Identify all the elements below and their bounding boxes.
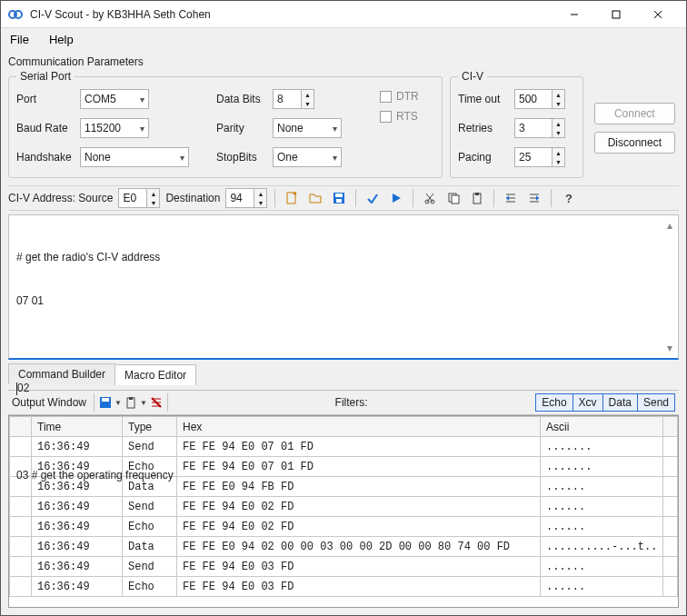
cell-time: 16:36:49 <box>32 517 123 537</box>
check-icon[interactable] <box>363 189 382 207</box>
toolbar-separator <box>493 189 494 207</box>
paste-icon[interactable] <box>468 189 486 207</box>
spin-down-icon[interactable]: ▼ <box>553 99 564 108</box>
spin-down-icon[interactable]: ▼ <box>302 99 314 108</box>
timeout-spin[interactable]: 500▲▼ <box>514 89 565 109</box>
toolbar-separator <box>413 189 413 207</box>
handshake-value: None <box>85 151 111 164</box>
baud-value: 115200 <box>85 122 121 134</box>
retries-label: Retries <box>458 122 509 134</box>
cell-time: 16:36:49 <box>32 537 123 557</box>
minimize-button[interactable] <box>553 1 595 28</box>
spin-up-icon[interactable]: ▲ <box>553 119 564 128</box>
table-row[interactable]: 16:36:49SendFE FE 94 E0 03 FD...... <box>10 557 678 577</box>
rts-checkbox[interactable]: RTS <box>380 110 434 123</box>
dtr-checkbox[interactable]: DTR <box>380 90 434 103</box>
stopbits-label: StopBits <box>216 151 267 164</box>
cell-hex: FE FE 94 E0 02 FD <box>177 517 541 537</box>
open-file-icon[interactable] <box>306 189 324 207</box>
svg-rect-17 <box>452 195 459 204</box>
spin-up-icon[interactable]: ▲ <box>553 90 564 99</box>
civ-legend: CI-V <box>458 70 487 83</box>
spin-up-icon[interactable]: ▲ <box>147 189 159 198</box>
stopbits-select[interactable]: One▾ <box>273 147 342 167</box>
menubar: File Help <box>1 28 686 50</box>
rts-label: RTS <box>396 110 418 123</box>
pacing-spin[interactable]: 25▲▼ <box>514 147 565 167</box>
dest-addr-spin[interactable]: 94▲▼ <box>225 188 267 208</box>
table-row[interactable]: 16:36:49DataFE FE E0 94 02 00 00 03 00 0… <box>10 537 678 557</box>
spin-down-icon[interactable]: ▼ <box>553 128 564 137</box>
save-icon[interactable] <box>330 189 348 207</box>
cell-ascii: ...... <box>541 577 663 597</box>
macro-editor-area[interactable]: # get the radio's CI-V address 07 01 02 … <box>8 214 679 360</box>
svg-rect-19 <box>475 193 479 195</box>
toolbar-separator <box>551 189 552 207</box>
editor-toolbar: CI-V Address: Source E0▲▼ Destination 94… <box>8 185 679 211</box>
handshake-label: Handshake <box>16 151 75 164</box>
cell-ascii: ..........-...t.. <box>541 537 663 557</box>
connect-button[interactable]: Connect <box>594 103 675 124</box>
civ-group: CI-V Time out 500▲▼ Retries 3▲▼ Pacing 2… <box>450 70 583 178</box>
source-addr-spin[interactable]: E0▲▼ <box>118 188 160 208</box>
checkbox-box <box>380 111 392 123</box>
databits-label: Data Bits <box>216 93 267 105</box>
editor-empty-line <box>16 424 671 439</box>
svg-line-15 <box>426 194 433 202</box>
cut-icon[interactable] <box>421 189 439 207</box>
toolbar-separator <box>355 189 356 207</box>
cell-time: 16:36:49 <box>32 577 123 597</box>
spin-up-icon[interactable]: ▲ <box>254 189 266 198</box>
scroll-up-icon[interactable]: ▴ <box>667 219 672 232</box>
baud-select[interactable]: 115200▾ <box>80 118 149 138</box>
stopbits-value: One <box>277 151 298 164</box>
indent-left-icon[interactable] <box>502 189 520 207</box>
app-icon <box>8 6 25 23</box>
spin-up-icon[interactable]: ▲ <box>302 90 314 99</box>
source-label: CI-V Address: Source <box>8 192 113 204</box>
menu-file[interactable]: File <box>10 33 29 46</box>
serial-port-group: Serial Port Port COM5▾ Baud Rate <box>8 70 443 178</box>
cell-gutter <box>663 517 678 537</box>
maximize-button[interactable] <box>595 1 637 28</box>
spin-up-icon[interactable]: ▲ <box>553 148 564 157</box>
cell-gutter <box>663 537 678 557</box>
serial-port-legend: Serial Port <box>16 70 75 83</box>
port-value: COM5 <box>85 93 116 105</box>
menu-help[interactable]: Help <box>49 33 74 46</box>
close-button[interactable] <box>637 1 679 28</box>
parity-label: Parity <box>216 122 267 134</box>
svg-text:✶: ✶ <box>292 191 298 198</box>
disconnect-button[interactable]: Disconnect <box>594 132 675 154</box>
spin-down-icon[interactable]: ▼ <box>553 157 564 166</box>
row-marker <box>10 577 32 597</box>
help-icon[interactable]: ? <box>559 189 577 207</box>
row-marker <box>10 557 32 577</box>
table-row[interactable]: 16:36:49EchoFE FE 94 E0 03 FD...... <box>10 577 678 597</box>
svg-rect-10 <box>336 199 342 203</box>
new-file-icon[interactable]: ✶ <box>283 189 301 207</box>
tab-macro-editor[interactable]: Macro Editor <box>114 364 196 385</box>
scroll-down-icon[interactable]: ▾ <box>667 342 672 354</box>
editor-scroll-hints: ▴ ▾ <box>663 219 676 354</box>
comm-params-row: Serial Port Port COM5▾ Baud Rate <box>8 70 679 178</box>
play-icon[interactable] <box>387 189 405 207</box>
copy-icon[interactable] <box>444 189 463 207</box>
pacing-value: 25 <box>515 148 552 166</box>
svg-marker-23 <box>506 195 509 201</box>
table-row[interactable]: 16:36:49EchoFE FE 94 E0 02 FD...... <box>10 517 678 537</box>
port-label: Port <box>16 93 75 105</box>
cell-hex: FE FE 94 E0 03 FD <box>177 577 541 597</box>
port-select[interactable]: COM5▾ <box>80 89 149 109</box>
indent-right-icon[interactable] <box>525 189 543 207</box>
databits-spin[interactable]: 8 ▲▼ <box>273 89 314 109</box>
editor-content[interactable]: # get the radio's CI-V address 07 01 02 … <box>9 215 678 517</box>
svg-rect-9 <box>335 194 343 197</box>
retries-spin[interactable]: 3▲▼ <box>514 118 565 138</box>
chevron-down-icon: ▾ <box>140 124 144 134</box>
handshake-select[interactable]: None▾ <box>80 147 189 167</box>
spin-down-icon[interactable]: ▼ <box>147 198 159 207</box>
spin-down-icon[interactable]: ▼ <box>254 198 266 207</box>
parity-select[interactable]: None▾ <box>273 118 342 138</box>
cell-time: 16:36:49 <box>32 557 123 577</box>
